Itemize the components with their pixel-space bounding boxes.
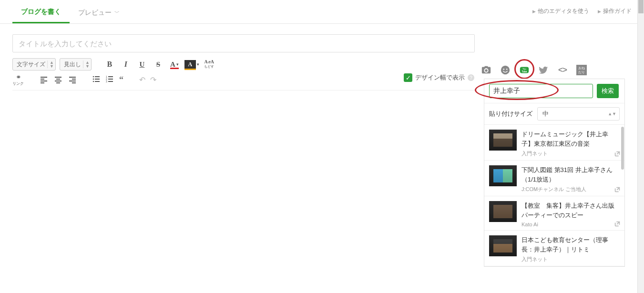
tab-preview[interactable]: プレビュー ﹀: [70, 5, 128, 23]
svg-point-2: [93, 79, 94, 80]
youtube-result-item[interactable]: 下関人図鑑 第31回 井上幸子さん（1/1放送） J:COMチャンネル ご当地人: [484, 161, 624, 196]
svg-point-4: [93, 81, 94, 82]
open-external-icon[interactable]: [614, 151, 621, 157]
top-right-links: ▶ 他のエディタを使う ▶ 操作ガイド: [532, 7, 632, 20]
svg-rect-11: [108, 81, 113, 82]
paste-size-value: 中: [542, 110, 549, 118]
youtube-icon[interactable]: YouTube: [519, 65, 530, 75]
video-title: ドリームミュージック【井上幸子】東京都江東区の音楽: [521, 130, 620, 148]
updown-icon: ▲▼: [608, 112, 616, 116]
paste-size-select[interactable]: 中 ▲▼: [537, 107, 620, 121]
link-other-editor[interactable]: ▶ 他のエディタを使う: [532, 7, 589, 15]
video-title: 下関人図鑑 第31回 井上幸子さん（1/1放送）: [521, 165, 620, 184]
video-channel: 入門ネット: [521, 150, 620, 157]
youtube-search-button[interactable]: 検索: [597, 84, 619, 98]
open-external-icon[interactable]: [614, 186, 621, 193]
youtube-results-list: ドリームミュージック【井上幸子】東京都江東区の音楽 入門ネット 下関人図鑑 第3…: [484, 125, 624, 266]
bullet-list-button[interactable]: [92, 75, 100, 84]
link-button[interactable]: ⚭ リンク: [12, 73, 24, 86]
bg-color-button[interactable]: A ▾: [184, 58, 199, 71]
chevron-down-icon: ﹀: [114, 9, 120, 16]
svg-text:3: 3: [106, 80, 107, 83]
link-button-label: リンク: [12, 81, 24, 86]
undo-button[interactable]: ↶: [139, 75, 145, 84]
text-color-button[interactable]: A ▾: [168, 58, 181, 71]
link-operation-guide[interactable]: ▶ 操作ガイド: [598, 7, 632, 15]
triangle-right-icon: ▶: [532, 9, 536, 14]
insert-media-toolbar: YouTube <> おね だり: [481, 65, 587, 75]
svg-text:You: You: [522, 68, 526, 70]
paste-size-row: 貼り付けサイズ 中 ▲▼: [484, 103, 624, 125]
youtube-search-input[interactable]: [489, 84, 593, 98]
video-title: 【教室 集客】井上幸子さん出版パーティーでのスピー: [521, 201, 620, 220]
video-channel: 入門ネット: [521, 256, 620, 263]
video-thumbnail: [489, 130, 517, 151]
updown-icon: ▲▼: [83, 61, 90, 68]
link-guide-label: 操作ガイド: [603, 7, 632, 15]
camera-icon[interactable]: [481, 65, 491, 75]
triangle-right-icon: ▶: [598, 9, 601, 14]
separator: [31, 75, 32, 85]
onedari-icon[interactable]: おね だり: [576, 65, 587, 75]
redo-button[interactable]: ↷: [150, 75, 156, 84]
page-scrollbar[interactable]: [637, 0, 644, 293]
display-width-toggle[interactable]: ✓ デザイン幅で表示 ?: [404, 73, 474, 82]
youtube-result-item[interactable]: 【教室 集客】井上幸子さん出版パーティーでのスピー Kato Ai: [484, 196, 624, 231]
align-left-button[interactable]: [40, 76, 48, 84]
italic-button[interactable]: I: [120, 58, 132, 71]
editor-tabs: ブログを書く プレビュー ﹀ ▶ 他のエディタを使う ▶ 操作ガイド: [0, 0, 644, 24]
blockquote-button[interactable]: “: [119, 75, 123, 85]
tab-write[interactable]: ブログを書く: [12, 4, 70, 23]
emoji-icon[interactable]: [500, 65, 511, 75]
clear-format-label: もどす: [204, 65, 214, 69]
heading-label: 見出し: [64, 61, 81, 69]
svg-point-14: [506, 69, 508, 70]
updown-icon: ▲▼: [47, 61, 54, 68]
video-thumbnail: [489, 165, 517, 186]
svg-rect-1: [95, 76, 100, 77]
link-icon: ⚭: [16, 73, 20, 81]
search-row: 検索: [484, 79, 624, 103]
tab-preview-label: プレビュー: [78, 9, 112, 17]
svg-rect-5: [95, 81, 100, 82]
strikethrough-button[interactable]: S: [152, 58, 164, 71]
open-external-icon[interactable]: [614, 221, 621, 227]
svg-rect-9: [108, 79, 113, 80]
font-size-select[interactable]: 文字サイズ ▲▼: [12, 58, 56, 71]
numbered-list-button[interactable]: 123: [106, 75, 113, 84]
results-scrollbar[interactable]: [621, 127, 624, 266]
svg-rect-7: [108, 76, 113, 77]
tab-write-label: ブログを書く: [21, 8, 61, 16]
editor-content-area[interactable]: [12, 90, 475, 271]
video-channel: Kato Ai: [521, 222, 620, 227]
checkbox-checked-icon: ✓: [404, 73, 412, 82]
font-size-label: 文字サイズ: [17, 61, 45, 69]
separator: [131, 75, 132, 85]
svg-point-0: [93, 76, 94, 78]
svg-point-12: [501, 66, 510, 74]
heading-select[interactable]: 見出し ▲▼: [60, 58, 92, 71]
onedari-label: おね だり: [578, 66, 585, 74]
embed-code-icon[interactable]: <>: [557, 65, 568, 75]
underline-button[interactable]: U: [136, 58, 148, 71]
post-title-input[interactable]: [12, 34, 475, 52]
separator: [97, 59, 98, 70]
separator: [84, 75, 85, 85]
bold-button[interactable]: B: [103, 58, 116, 71]
video-thumbnail: [489, 235, 517, 256]
svg-rect-3: [95, 79, 100, 80]
clear-format-button[interactable]: A↺Aもどす: [203, 58, 215, 71]
youtube-result-item[interactable]: 日本こども教育センター（理事長：井上幸子）｜リトミ 入門ネット: [484, 231, 624, 266]
twitter-icon[interactable]: [538, 65, 549, 75]
help-icon[interactable]: ?: [468, 74, 474, 81]
svg-text:Tube: Tube: [522, 71, 527, 73]
youtube-search-panel: 検索 貼り付けサイズ 中 ▲▼ ドリームミュージック【井上幸子】東京都江東区の音…: [484, 79, 625, 267]
align-center-button[interactable]: [54, 76, 62, 84]
align-right-button[interactable]: [68, 76, 77, 84]
link-other-editor-label: 他のエディタを使う: [538, 7, 589, 15]
video-title: 日本こども教育センター（理事長：井上幸子）｜リトミ: [521, 235, 620, 254]
paste-size-label: 貼り付けサイズ: [489, 110, 532, 118]
youtube-result-item[interactable]: ドリームミュージック【井上幸子】東京都江東区の音楽 入門ネット: [484, 125, 624, 161]
video-channel: J:COMチャンネル ご当地人: [521, 186, 620, 193]
display-width-label: デザイン幅で表示: [415, 73, 465, 82]
